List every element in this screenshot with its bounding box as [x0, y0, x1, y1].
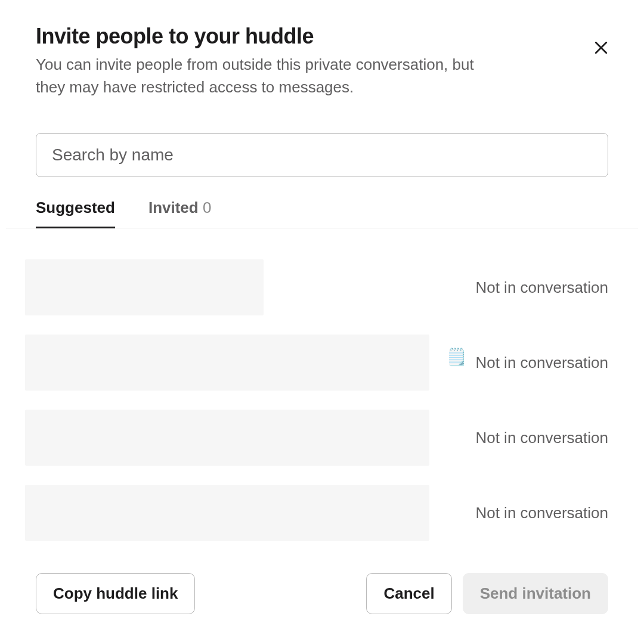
tab-invited-label: Invited — [148, 199, 199, 216]
status-label: Not in conversation — [475, 278, 608, 297]
status-label: Not in conversation — [475, 429, 608, 447]
user-placeholder — [25, 335, 429, 391]
tab-suggested-label: Suggested — [36, 199, 115, 216]
tab-suggested[interactable]: Suggested — [36, 199, 115, 228]
search-input[interactable] — [36, 133, 608, 177]
list-item[interactable]: Not in conversation — [25, 410, 608, 466]
send-invitation-button[interactable]: Send invitation — [463, 573, 608, 614]
suggested-list: Not in conversation 🗒️ Not in conversati… — [25, 259, 608, 541]
close-button[interactable] — [588, 35, 614, 61]
user-placeholder — [25, 410, 429, 466]
tabs: Suggested Invited 0 — [6, 199, 638, 228]
status-label: Not in conversation — [475, 354, 608, 372]
list-item[interactable]: 🗒️ Not in conversation — [25, 335, 608, 391]
close-icon — [592, 39, 610, 57]
status-label: Not in conversation — [475, 504, 608, 522]
tab-invited[interactable]: Invited 0 — [148, 199, 212, 228]
list-item[interactable]: Not in conversation — [25, 485, 608, 541]
cancel-button[interactable]: Cancel — [366, 573, 451, 614]
copy-huddle-link-button[interactable]: Copy huddle link — [36, 573, 195, 614]
user-placeholder — [25, 259, 264, 315]
tab-invited-count: 0 — [203, 199, 211, 216]
dialog-subtitle: You can invite people from outside this … — [36, 54, 489, 98]
notepad-icon: 🗒️ — [446, 347, 467, 367]
dialog-title: Invite people to your huddle — [36, 24, 588, 49]
dialog-footer: Copy huddle link Cancel Send invitation — [36, 573, 608, 614]
list-item[interactable]: Not in conversation — [25, 259, 608, 315]
user-placeholder — [25, 485, 429, 541]
